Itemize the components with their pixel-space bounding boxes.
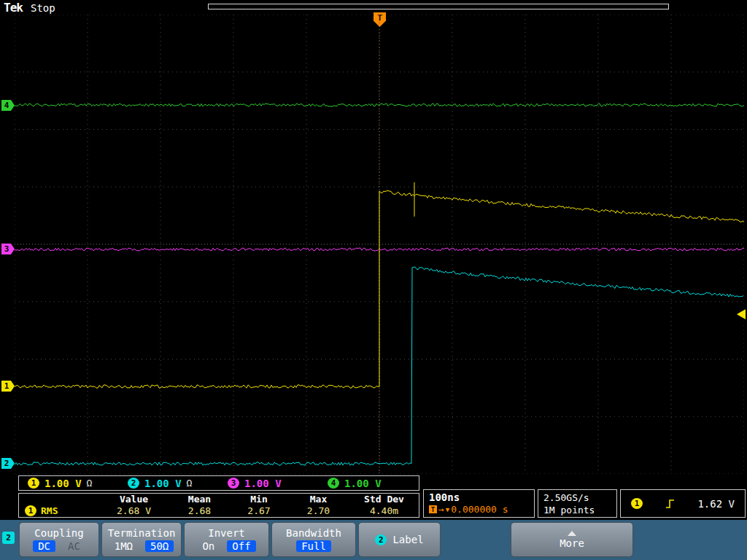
measurement-header-row: Value Mean Min Max Std Dev [19, 494, 419, 505]
trigger-position-value: 0.000000 s [451, 504, 508, 515]
ch3-badge: 3 [228, 478, 239, 489]
invert-on-option[interactable]: On [197, 540, 220, 552]
arrow-right-icon: → [438, 504, 444, 515]
bandwidth-label: Bandwidth [286, 527, 341, 539]
coupling-label: Coupling [34, 527, 83, 539]
channel-2-menu-badge: 2 [2, 532, 15, 544]
ch1-readout: 1 1.00 V Ω [19, 478, 119, 489]
waveform-display [15, 15, 744, 474]
measurement-max: 2.70 [287, 505, 349, 516]
bandwidth-button[interactable]: Bandwidth Full [271, 522, 356, 557]
measurement-table: Value Mean Min Max Std Dev 1 RMS 2.68 V … [18, 493, 419, 518]
ch3-readout: 3 1.00 V [219, 478, 319, 489]
invert-off-option[interactable]: Off [227, 540, 255, 552]
label-button-text: Label [392, 534, 423, 545]
sample-rate: 2.50GS/s [543, 491, 611, 504]
ch2-impedance: Ω [187, 478, 193, 489]
measurement-header-max: Max [287, 494, 349, 505]
channel-1-marker: 1 [1, 381, 15, 392]
measurement-type: RMS [41, 505, 58, 516]
measurement-source: 1 RMS [19, 505, 99, 516]
waveform-graticule [15, 15, 744, 474]
coupling-ac-option[interactable]: AC [63, 540, 85, 552]
acquisition-readout: 2.50GS/s 1M points [538, 489, 617, 518]
ch2-readout: 2 1.00 V Ω [119, 478, 219, 489]
invert-button[interactable]: Invert On Off [184, 522, 269, 557]
acquisition-status: Stop [31, 2, 55, 14]
ch2-scale: 1.00 V [144, 478, 182, 489]
ch1-badge: 1 [28, 478, 39, 489]
ch1-impedance: Ω [87, 478, 93, 489]
record-length: 1M points [543, 504, 611, 516]
measurement-value: 2.68 V [99, 505, 169, 516]
termination-label: Termination [108, 527, 176, 539]
ch4-scale: 1.00 V [344, 478, 382, 489]
ch4-readout: 4 1.00 V [319, 478, 419, 489]
bandwidth-full-option[interactable]: Full [296, 540, 331, 552]
measurement-min: 2.67 [231, 505, 287, 516]
ch1-scale: 1.00 V [44, 478, 82, 489]
more-button-text: More [560, 537, 584, 549]
tek-logo: Tek [4, 1, 23, 15]
measurement-mean: 2.68 [169, 505, 231, 516]
measurement-header-min: Min [231, 494, 287, 505]
measurement-header-mean: Mean [169, 494, 231, 505]
bottom-menu-bar: 2 Coupling DC AC Termination 1MΩ 50Ω Inv… [0, 520, 747, 560]
oscilloscope-screen: Tek Stop T 4 3 1 2 1 1.00 V Ω 2 1.00 V Ω… [0, 0, 747, 560]
label-channel-badge: 2 [375, 534, 387, 545]
measurement-header-value: Value [99, 494, 169, 505]
label-button[interactable]: 2 Label [358, 522, 441, 557]
invert-label: Invert [208, 527, 245, 539]
ch2-badge: 2 [128, 478, 139, 489]
trigger-flag-icon: ▼ [446, 506, 449, 513]
trigger-readout: 1 1.62 V [620, 489, 746, 518]
timebase-readout: 100ns T → ▼ 0.000000 s [423, 489, 535, 518]
measurement-source-badge: 1 [25, 505, 36, 516]
measurement-value-row: 1 RMS 2.68 V 2.68 2.67 2.70 4.40m [19, 505, 419, 517]
record-view-bar [208, 4, 669, 9]
measurement-header-stddev: Std Dev [349, 494, 419, 505]
ch3-scale: 1.00 V [244, 478, 282, 489]
channel-scale-readouts: 1 1.00 V Ω 2 1.00 V Ω 3 1.00 V 4 1.00 V [18, 475, 419, 491]
more-pages-icon [568, 531, 576, 536]
timebase-scale: 100ns [429, 491, 529, 503]
trigger-source-badge: 1 [631, 498, 643, 509]
termination-50ohm-option[interactable]: 50Ω [145, 540, 174, 552]
channel-3-marker: 3 [1, 244, 15, 254]
ch4-badge: 4 [328, 478, 339, 489]
termination-1mohm-option[interactable]: 1MΩ [109, 540, 138, 552]
measurement-stddev: 4.40m [349, 505, 419, 516]
channel-2-marker: 2 [1, 458, 15, 469]
coupling-dc-option[interactable]: DC [33, 540, 55, 552]
coupling-button[interactable]: Coupling DC AC [19, 522, 99, 557]
trigger-level-value: 1.62 V [697, 498, 735, 510]
channel-4-marker: 4 [1, 100, 15, 111]
termination-button[interactable]: Termination 1MΩ 50Ω [101, 522, 182, 557]
more-button[interactable]: More [511, 522, 633, 557]
trigger-position-readout: T → ▼ 0.000000 s [429, 504, 529, 515]
rising-edge-icon [665, 497, 676, 510]
trigger-icon: T [429, 505, 437, 513]
